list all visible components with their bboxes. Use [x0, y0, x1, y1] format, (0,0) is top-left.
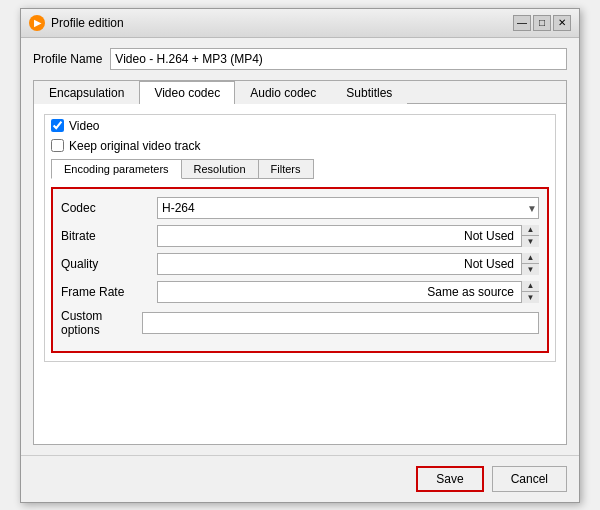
custom-options-row: Custom options: [61, 309, 539, 337]
subtab-encoding[interactable]: Encoding parameters: [51, 159, 182, 179]
codec-control: H-264 ▼: [157, 197, 539, 219]
codec-row: Codec H-264 ▼: [61, 197, 539, 219]
title-buttons: — □ ✕: [513, 15, 571, 31]
quality-label: Quality: [61, 257, 151, 271]
video-checkbox[interactable]: [51, 119, 64, 132]
codec-select[interactable]: H-264: [157, 197, 539, 219]
window-title: Profile edition: [51, 16, 124, 30]
quality-input[interactable]: [157, 253, 539, 275]
tab-audio-codec[interactable]: Audio codec: [235, 81, 331, 104]
custom-options-input[interactable]: [142, 312, 539, 334]
frame-rate-row: Frame Rate ▲ ▼: [61, 281, 539, 303]
quality-up-button[interactable]: ▲: [522, 253, 539, 265]
custom-options-label: Custom options: [61, 309, 136, 337]
tab-encapsulation[interactable]: Encapsulation: [34, 81, 139, 104]
tab-content: Video Keep original video track Encoding…: [34, 104, 566, 444]
frame-rate-up-button[interactable]: ▲: [522, 281, 539, 293]
frame-rate-input[interactable]: [157, 281, 539, 303]
quality-control: ▲ ▼: [157, 253, 539, 275]
vlc-icon: ▶: [29, 15, 45, 31]
outer-tabs-container: Encapsulation Video codec Audio codec Su…: [33, 80, 567, 445]
encoding-parameters-box: Codec H-264 ▼ Bitrate: [51, 187, 549, 353]
quality-down-button[interactable]: ▼: [522, 264, 539, 275]
profile-edition-window: ▶ Profile edition — □ ✕ Profile Name Enc…: [20, 8, 580, 503]
profile-name-input[interactable]: [110, 48, 567, 70]
title-bar: ▶ Profile edition — □ ✕: [21, 9, 579, 38]
save-button[interactable]: Save: [416, 466, 483, 492]
subtab-resolution[interactable]: Resolution: [181, 159, 259, 179]
keep-original-checkbox[interactable]: [51, 139, 64, 152]
bitrate-row: Bitrate ▲ ▼: [61, 225, 539, 247]
maximize-button[interactable]: □: [533, 15, 551, 31]
title-bar-left: ▶ Profile edition: [29, 15, 124, 31]
outer-tab-bar: Encapsulation Video codec Audio codec Su…: [34, 81, 566, 104]
frame-rate-control: ▲ ▼: [157, 281, 539, 303]
frame-rate-down-button[interactable]: ▼: [522, 292, 539, 303]
bitrate-down-button[interactable]: ▼: [522, 236, 539, 247]
bitrate-label: Bitrate: [61, 229, 151, 243]
sub-tab-bar: Encoding parameters Resolution Filters: [51, 159, 549, 179]
minimize-button[interactable]: —: [513, 15, 531, 31]
cancel-button[interactable]: Cancel: [492, 466, 567, 492]
bitrate-input[interactable]: [157, 225, 539, 247]
keep-original-label: Keep original video track: [69, 139, 200, 153]
profile-name-label: Profile Name: [33, 52, 102, 66]
frame-rate-label: Frame Rate: [61, 285, 151, 299]
bottom-bar: Save Cancel: [21, 455, 579, 502]
tab-video-codec[interactable]: Video codec: [139, 81, 235, 104]
quality-row: Quality ▲ ▼: [61, 253, 539, 275]
close-button[interactable]: ✕: [553, 15, 571, 31]
subtab-filters[interactable]: Filters: [258, 159, 314, 179]
bitrate-control: ▲ ▼: [157, 225, 539, 247]
tab-subtitles[interactable]: Subtitles: [331, 81, 407, 104]
frame-rate-spinbox-buttons: ▲ ▼: [521, 281, 539, 303]
codec-label: Codec: [61, 201, 151, 215]
bitrate-up-button[interactable]: ▲: [522, 225, 539, 237]
video-checkbox-label: Video: [69, 119, 99, 133]
video-fieldset: Video Keep original video track Encoding…: [44, 114, 556, 362]
window-body: Profile Name Encapsulation Video codec A…: [21, 38, 579, 455]
keep-original-row: Keep original video track: [51, 139, 549, 153]
profile-name-row: Profile Name: [33, 48, 567, 70]
quality-spinbox-buttons: ▲ ▼: [521, 253, 539, 275]
bitrate-spinbox-buttons: ▲ ▼: [521, 225, 539, 247]
